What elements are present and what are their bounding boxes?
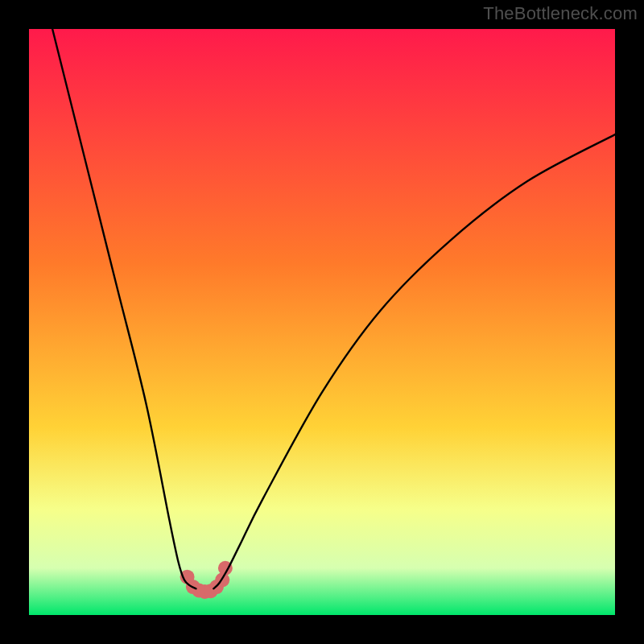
bottleneck-chart (29, 29, 615, 615)
plot-background (29, 29, 615, 615)
watermark-text: TheBottleneck.com (483, 3, 638, 24)
chart-frame: TheBottleneck.com (0, 0, 644, 644)
